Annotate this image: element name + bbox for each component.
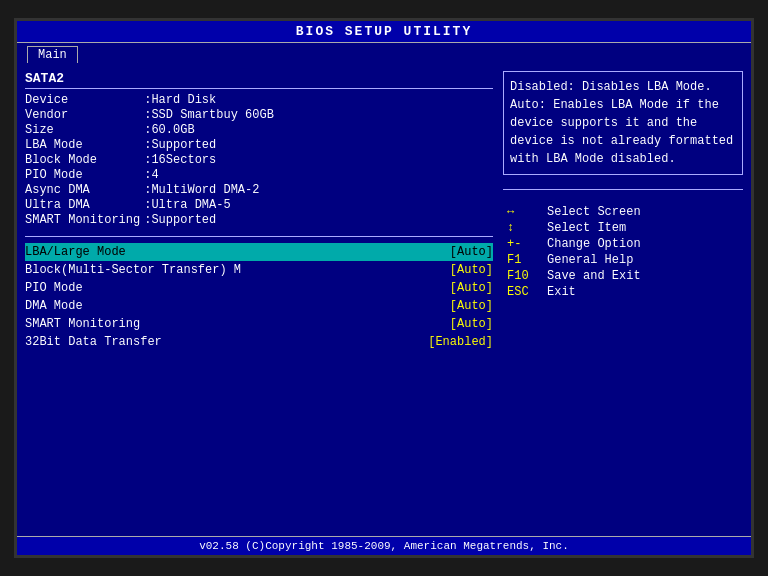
help-text: Disabled: Disables LBA Mode. Auto: Enabl… [510,80,733,166]
info-label: PIO Mode [25,168,144,183]
key-action: Change Option [543,236,645,252]
key-binding-row: ↕Select Item [503,220,645,236]
info-label: Size [25,123,144,138]
option-name: 32Bit Data Transfer [25,335,162,349]
key-label: +- [503,236,543,252]
info-value: :4 [144,168,278,183]
key-label: F10 [503,268,543,284]
option-name: DMA Mode [25,299,83,313]
info-label: Device [25,93,144,108]
option-name: SMART Monitoring [25,317,140,331]
key-action: Exit [543,284,645,300]
info-label: LBA Mode [25,138,144,153]
key-help: ↔Select Screen↕Select Item+-Change Optio… [503,204,743,300]
option-row[interactable]: PIO Mode[Auto] [25,279,493,297]
key-action: Select Screen [543,204,645,220]
device-info-row: Block Mode:16Sectors [25,153,278,168]
device-info: Device:Hard DiskVendor:SSD Smartbuy 60GB… [25,93,493,228]
info-value: :Ultra DMA-5 [144,198,278,213]
key-action: General Help [543,252,645,268]
tab-bar: Main [17,43,751,65]
info-value: :MultiWord DMA-2 [144,183,278,198]
footer-text: v02.58 (C)Copyright 1985-2009, American … [199,540,569,552]
device-info-row: Ultra DMA:Ultra DMA-5 [25,198,278,213]
option-value: [Auto] [450,281,493,295]
option-name: LBA/Large Mode [25,245,126,259]
info-value: :SSD Smartbuy 60GB [144,108,278,123]
right-panel: Disabled: Disables LBA Mode. Auto: Enabl… [503,71,743,530]
title-bar: BIOS SETUP UTILITY [17,21,751,43]
key-binding-row: ↔Select Screen [503,204,645,220]
info-value: :Hard Disk [144,93,278,108]
key-action: Save and Exit [543,268,645,284]
key-binding-row: F10Save and Exit [503,268,645,284]
key-binding-row: ESCExit [503,284,645,300]
device-info-row: LBA Mode:Supported [25,138,278,153]
option-name: Block(Multi-Sector Transfer) M [25,263,241,277]
main-content: SATA2 Device:Hard DiskVendor:SSD Smartbu… [17,65,751,536]
info-label: Ultra DMA [25,198,144,213]
key-binding-row: F1General Help [503,252,645,268]
option-row[interactable]: Block(Multi-Sector Transfer) M[Auto] [25,261,493,279]
info-value: :Supported [144,213,278,228]
key-label: ↕ [503,220,543,236]
info-label: Vendor [25,108,144,123]
device-info-table: Device:Hard DiskVendor:SSD Smartbuy 60GB… [25,93,278,228]
option-row[interactable]: SMART Monitoring[Auto] [25,315,493,333]
options-section: LBA/Large Mode[Auto]Block(Multi-Sector T… [25,243,493,351]
info-label: Async DMA [25,183,144,198]
option-value: [Auto] [450,245,493,259]
key-label: ESC [503,284,543,300]
option-row[interactable]: 32Bit Data Transfer[Enabled] [25,333,493,351]
option-value: [Auto] [450,317,493,331]
option-value: [Auto] [450,263,493,277]
device-info-row: Vendor:SSD Smartbuy 60GB [25,108,278,123]
device-info-row: Async DMA:MultiWord DMA-2 [25,183,278,198]
info-value: :60.0GB [144,123,278,138]
info-value: :Supported [144,138,278,153]
option-value: [Enabled] [428,335,493,349]
device-info-row: SMART Monitoring:Supported [25,213,278,228]
divider [503,189,743,190]
left-panel: SATA2 Device:Hard DiskVendor:SSD Smartbu… [25,71,493,530]
info-value: :16Sectors [144,153,278,168]
option-name: PIO Mode [25,281,83,295]
key-binding-row: +-Change Option [503,236,645,252]
device-info-row: PIO Mode:4 [25,168,278,183]
info-label: Block Mode [25,153,144,168]
option-value: [Auto] [450,299,493,313]
key-label: F1 [503,252,543,268]
main-tab[interactable]: Main [27,46,78,63]
section-divider [25,236,493,237]
footer: v02.58 (C)Copyright 1985-2009, American … [17,536,751,555]
option-row[interactable]: DMA Mode[Auto] [25,297,493,315]
device-info-row: Device:Hard Disk [25,93,278,108]
option-row[interactable]: LBA/Large Mode[Auto] [25,243,493,261]
info-label: SMART Monitoring [25,213,144,228]
help-box: Disabled: Disables LBA Mode. Auto: Enabl… [503,71,743,175]
bios-title: BIOS SETUP UTILITY [296,24,472,39]
key-label: ↔ [503,204,543,220]
device-title: SATA2 [25,71,493,89]
device-info-row: Size:60.0GB [25,123,278,138]
bios-screen: BIOS SETUP UTILITY Main SATA2 Device:Har… [14,18,754,558]
key-help-table: ↔Select Screen↕Select Item+-Change Optio… [503,204,645,300]
key-action: Select Item [543,220,645,236]
